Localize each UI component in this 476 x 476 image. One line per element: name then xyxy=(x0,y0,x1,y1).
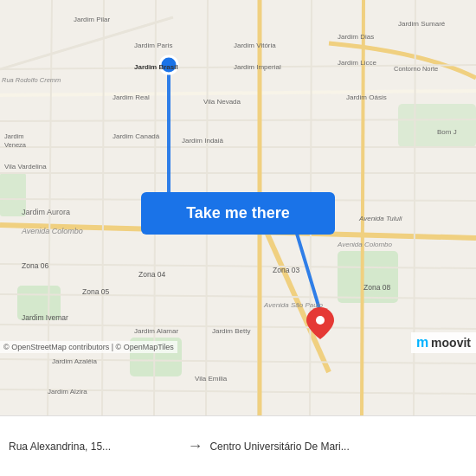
svg-text:Avenida Tululi: Avenida Tululi xyxy=(358,215,402,222)
svg-text:Vila Vardelina: Vila Vardelina xyxy=(4,163,47,170)
svg-text:Jardim Real: Jardim Real xyxy=(113,93,150,101)
route-info: Rua Alexandrina, 15... → Centro Universi… xyxy=(9,437,467,455)
svg-text:Jardim Alamar: Jardim Alamar xyxy=(134,327,178,335)
route-arrow-icon: → xyxy=(187,437,203,455)
svg-text:Avenida Colombo: Avenida Colombo xyxy=(337,241,393,248)
svg-text:Jardim Pilar: Jardim Pilar xyxy=(74,16,111,23)
take-me-there-button[interactable]: Take me there xyxy=(141,192,335,235)
svg-text:Jardim Canadá: Jardim Canadá xyxy=(113,132,160,140)
moovit-brand-name: moovit xyxy=(431,336,471,350)
svg-text:Jardim Aurora: Jardim Aurora xyxy=(22,208,70,216)
map-container: Jardim Pilar Jardim Paris Jardim Vitória… xyxy=(0,0,476,415)
svg-text:Zona 03: Zona 03 xyxy=(273,266,299,274)
svg-rect-1 xyxy=(338,251,398,303)
osm-attribution: © OpenStreetMap contributors | © OpenMap… xyxy=(0,341,177,353)
svg-point-32 xyxy=(316,316,325,325)
route-destination: Centro Universitário De Mari... xyxy=(209,441,467,453)
svg-text:Jardim Licce: Jardim Licce xyxy=(338,59,376,67)
svg-text:Avenida Colombo: Avenida Colombo xyxy=(21,227,83,235)
svg-text:Avenida São Paulo: Avenida São Paulo xyxy=(263,301,323,309)
svg-text:Jardim Paris: Jardim Paris xyxy=(134,42,172,49)
svg-text:Jardim Brasil: Jardim Brasil xyxy=(134,63,178,71)
svg-text:Zona 08: Zona 08 xyxy=(363,283,390,292)
bottom-bar: Rua Alexandrina, 15... → Centro Universi… xyxy=(0,415,476,476)
svg-text:Jardim Betty: Jardim Betty xyxy=(212,327,250,335)
svg-text:Zona 06: Zona 06 xyxy=(22,261,48,270)
svg-text:Zona 04: Zona 04 xyxy=(138,270,165,279)
svg-text:Vila Emilia: Vila Emilia xyxy=(195,375,228,383)
svg-text:Jardim Alzira: Jardim Alzira xyxy=(48,388,87,396)
svg-text:Veneza: Veneza xyxy=(4,141,27,149)
moovit-logo: m moovit xyxy=(411,332,476,353)
svg-text:Jardim Dias: Jardim Dias xyxy=(338,33,374,41)
svg-text:Jardim Sumaré: Jardim Sumaré xyxy=(398,20,446,28)
svg-text:Jardim Vitória: Jardim Vitória xyxy=(234,42,276,49)
route-origin: Rua Alexandrina, 15... xyxy=(9,441,180,453)
svg-rect-5 xyxy=(398,104,476,147)
svg-text:Contorno Norte: Contorno Norte xyxy=(394,65,438,73)
svg-text:Jardim Oásis: Jardim Oásis xyxy=(346,93,387,101)
svg-text:Bom J: Bom J xyxy=(437,128,457,136)
svg-text:Jardim Indaiá: Jardim Indaiá xyxy=(182,137,224,145)
svg-text:Vila Nevada: Vila Nevada xyxy=(203,98,241,106)
svg-text:Jardim Imperial: Jardim Imperial xyxy=(234,63,281,71)
svg-text:Jardim: Jardim xyxy=(4,132,24,140)
moovit-icon: m xyxy=(416,335,428,351)
svg-text:Jardim Azaléia: Jardim Azaléia xyxy=(52,357,98,365)
svg-text:Zona 05: Zona 05 xyxy=(82,287,109,296)
svg-text:Jardim Ivemar: Jardim Ivemar xyxy=(22,313,68,322)
svg-text:Rua Rodolfo Cremm: Rua Rodolfo Cremm xyxy=(2,76,61,84)
